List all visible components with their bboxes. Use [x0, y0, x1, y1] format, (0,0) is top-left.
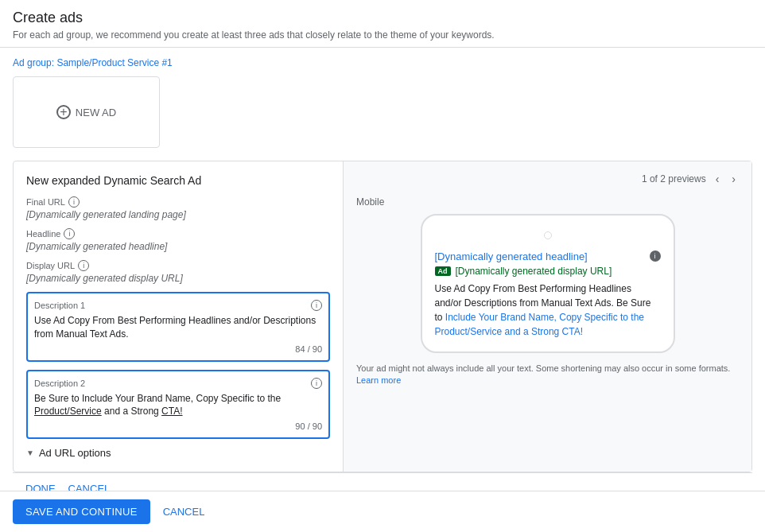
headline-info-icon[interactable]: i: [64, 228, 75, 239]
page-title: Create ads: [13, 10, 752, 26]
prev-preview-button[interactable]: ‹: [713, 171, 723, 187]
ad-badge-row: Ad [Dynamically generated display URL]: [435, 266, 661, 277]
preview-counter: 1 of 2 previews: [642, 173, 706, 184]
ad-group-label-text: Ad group:: [13, 57, 54, 68]
ad-badge: Ad: [435, 266, 451, 276]
headline-label: Headline: [26, 229, 60, 239]
footer-bar: SAVE AND CONTINUE CANCEL: [0, 491, 765, 532]
page-subtitle: For each ad group, we recommend you crea…: [13, 29, 752, 41]
plus-icon: +: [56, 105, 71, 119]
ad-preview-description: Use Ad Copy From Best Performing Headlin…: [435, 282, 661, 339]
mobile-camera: [544, 231, 552, 239]
preview-label: Mobile: [356, 196, 739, 208]
ad-editor-panel: New expanded Dynamic Search Ad Final URL…: [13, 161, 752, 472]
ad-preview-display-url: [Dynamically generated display URL]: [456, 266, 612, 277]
preview-nav: 1 of 2 previews ‹ ›: [356, 171, 739, 187]
description1-box[interactable]: Description 1 i Use Ad Copy From Best Pe…: [26, 292, 330, 362]
desc2-info-icon[interactable]: i: [311, 378, 322, 389]
display-url-info-icon[interactable]: i: [78, 260, 89, 271]
desc1-text: Use Ad Copy From Best Performing Headlin…: [34, 314, 322, 341]
preview-note: Your ad might not always include all you…: [356, 363, 739, 387]
right-panel: 1 of 2 previews ‹ › Mobile [Dynamically …: [344, 161, 751, 472]
display-url-value: [Dynamically generated display URL]: [26, 273, 330, 284]
save-continue-button[interactable]: SAVE AND CONTINUE: [13, 499, 150, 524]
next-preview-button[interactable]: ›: [728, 171, 739, 187]
display-url-label: Display URL: [26, 261, 75, 270]
ad-group-name: Sample/Product Service #1: [56, 57, 172, 68]
ad-group-label: Ad group: Sample/Product Service #1: [13, 57, 752, 68]
chevron-down-icon: ▼: [26, 449, 34, 457]
preview-info-icon[interactable]: i: [650, 250, 661, 262]
mobile-preview-frame: [Dynamically generated headline] i Ad [D…: [421, 214, 675, 353]
new-ad-label: NEW AD: [76, 107, 116, 118]
ad-url-options[interactable]: ▼ Ad URL options: [26, 447, 330, 459]
final-url-label: Final URL: [26, 197, 65, 207]
panel-title: New expanded Dynamic Search Ad: [26, 174, 330, 187]
final-url-row: Final URL i [Dynamically generated landi…: [26, 196, 330, 220]
desc1-label: Description 1: [34, 301, 85, 310]
headline-value: [Dynamically generated headline]: [26, 241, 330, 252]
desc2-text: Be Sure to Include Your Brand Name, Copy…: [34, 392, 322, 419]
desc2-label: Description 2: [34, 379, 85, 388]
desc1-count: 84 / 90: [34, 344, 322, 354]
headline-row: Headline i [Dynamically generated headli…: [26, 228, 330, 252]
desc2-count: 90 / 90: [34, 421, 322, 431]
new-ad-button[interactable]: + NEW AD: [13, 76, 160, 148]
display-url-row: Display URL i [Dynamically generated dis…: [26, 260, 330, 284]
left-panel: New expanded Dynamic Search Ad Final URL…: [14, 161, 344, 472]
final-url-value: [Dynamically generated landing page]: [26, 209, 330, 220]
footer-cancel-button[interactable]: CANCEL: [157, 499, 212, 524]
desc1-info-icon[interactable]: i: [311, 300, 322, 311]
final-url-info-icon[interactable]: i: [68, 196, 80, 208]
ad-url-options-label: Ad URL options: [39, 447, 111, 459]
ad-preview-headline: [Dynamically generated headline] i: [435, 250, 661, 262]
description2-box[interactable]: Description 2 i Be Sure to Include Your …: [26, 370, 330, 440]
learn-more-link[interactable]: Learn more: [356, 375, 401, 385]
